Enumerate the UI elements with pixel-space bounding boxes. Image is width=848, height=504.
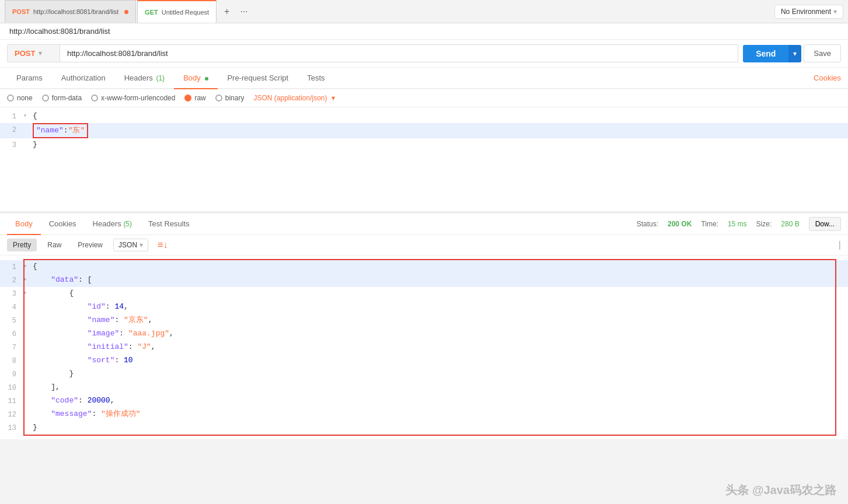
req-content-2: "name":"东" xyxy=(30,123,848,138)
add-tab-button[interactable]: + xyxy=(221,5,232,18)
send-button[interactable]: Send xyxy=(743,45,788,62)
resp-linenum-9: 9 xyxy=(0,368,23,381)
resp-linenum-6: 6 xyxy=(0,327,23,341)
tab-authorization[interactable]: Authorization xyxy=(52,68,115,89)
format-selector[interactable]: JSON ▾ xyxy=(113,239,148,251)
method-selector[interactable]: POST ▾ xyxy=(7,44,60,62)
resp-content-5: "name": "京东", xyxy=(30,314,848,327)
request-tabs: Params Authorization Headers (1) Body Pr… xyxy=(0,68,848,89)
resp-tab-cookies-label: Cookies xyxy=(49,219,76,228)
resp-content-13: } xyxy=(30,421,848,434)
resp-arrow-10 xyxy=(23,381,30,394)
resp-linenum-10: 10 xyxy=(0,381,23,394)
req-line-2: 2 "name":"东" xyxy=(0,123,848,138)
resp-arrow-8 xyxy=(23,354,30,367)
req-linenum-1: 1 xyxy=(0,110,23,123)
time-value: 15 ms xyxy=(728,220,747,228)
resp-tab-body[interactable]: Body xyxy=(7,214,41,235)
cookies-link[interactable]: Cookies xyxy=(814,68,841,88)
radio-form-icon xyxy=(42,94,49,102)
body-dot xyxy=(205,77,208,80)
tab-body[interactable]: Body xyxy=(174,68,218,89)
response-format-bar: Pretty Raw Preview JSON ▾ ≡↓ | xyxy=(0,235,848,256)
json-type-selector[interactable]: JSON (application/json) ▾ xyxy=(253,94,334,102)
env-selector[interactable]: No Environment ▾ xyxy=(774,5,843,19)
method-label: POST xyxy=(15,49,35,58)
current-url-display: http://localhost:8081/brand/list xyxy=(0,23,848,40)
resp-content-6: "image": "aaa.jpg", xyxy=(30,327,848,340)
req-line-1: 1 ▾ { xyxy=(0,110,848,123)
resp-content-2: "data": [ xyxy=(30,274,848,286)
resp-arrow-9 xyxy=(23,368,30,380)
save-button[interactable]: Save xyxy=(804,44,841,62)
option-none[interactable]: none xyxy=(7,94,33,102)
download-button[interactable]: Dow... xyxy=(809,217,841,231)
req-arrow-1: ▾ xyxy=(23,110,30,123)
resp-line-3: 3 ▾ { xyxy=(0,287,848,300)
json-type-arrow-icon: ▾ xyxy=(331,94,335,102)
radio-none-icon xyxy=(7,94,14,102)
resp-line-4: 4 "id": 14, xyxy=(0,300,848,314)
tab-tests[interactable]: Tests xyxy=(298,68,334,89)
headers-badge: (1) xyxy=(156,74,165,82)
json-type-label: JSON (application/json) xyxy=(253,94,327,102)
tab-params[interactable]: Params xyxy=(7,68,52,89)
resp-linenum-12: 12 xyxy=(0,408,23,421)
request-body-editor[interactable]: 1 ▾ { 2 "name":"东" 3 } xyxy=(0,107,848,212)
fmt-pretty-button[interactable]: Pretty xyxy=(7,239,37,251)
option-urlencoded[interactable]: x-www-form-urlencoded xyxy=(91,94,175,102)
tab-post[interactable]: POST http://localhost:8081/brand/list xyxy=(5,0,136,23)
resp-line-5: 5 "name": "京东", xyxy=(0,314,848,327)
resp-arrow-6 xyxy=(23,327,30,340)
resp-content-12: "message": "操作成功" xyxy=(30,408,848,421)
resp-content-7: "initial": "J", xyxy=(30,341,848,354)
resp-content-11: "code": 20000, xyxy=(30,394,848,407)
option-none-label: none xyxy=(17,94,33,102)
resp-content-9: } xyxy=(30,368,848,380)
url-input[interactable] xyxy=(60,44,738,62)
fmt-raw-button[interactable]: Raw xyxy=(41,239,67,251)
current-url-text: http://localhost:8081/brand/list xyxy=(9,27,110,36)
tab-post-method: POST xyxy=(12,8,30,15)
format-label: JSON xyxy=(118,241,137,249)
response-code-lines: 1 ▾ { 2 ▾ "data": [ 3 ▾ { xyxy=(0,258,848,437)
option-form-data[interactable]: form-data xyxy=(42,94,82,102)
tab-actions: + ··· xyxy=(221,5,251,18)
resp-linenum-5: 5 xyxy=(0,314,23,327)
option-raw-label: raw xyxy=(194,94,205,102)
resp-line-10: 10 ], xyxy=(0,381,848,394)
tab-post-dot xyxy=(124,10,128,14)
resp-headers-badge: (5) xyxy=(123,220,132,228)
resp-arrow-2: ▾ xyxy=(23,274,30,286)
tab-bar: POST http://localhost:8081/brand/list GE… xyxy=(0,0,848,23)
radio-binary-icon xyxy=(215,94,222,102)
response-status-area: Status: 200 OK Time: 15 ms Size: 280 B D… xyxy=(637,217,841,231)
send-arrow-button[interactable]: ▾ xyxy=(788,45,801,62)
req-line-3: 3 } xyxy=(0,138,848,152)
response-body: 1 ▾ { 2 ▾ "data": [ 3 ▾ { xyxy=(0,256,848,439)
fmt-preview-button[interactable]: Preview xyxy=(72,239,109,251)
resp-tab-body-label: Body xyxy=(15,219,33,228)
resp-line-7: 7 "initial": "J", xyxy=(0,341,848,354)
req-linenum-2: 2 xyxy=(0,123,23,136)
resp-tab-cookies[interactable]: Cookies xyxy=(41,214,85,235)
resp-tab-headers[interactable]: Headers (5) xyxy=(85,214,140,235)
resp-arrow-12 xyxy=(23,408,30,421)
resp-line-13: 13 } xyxy=(0,421,848,435)
response-code-wrapper: 1 ▾ { 2 ▾ "data": [ 3 ▾ { xyxy=(0,258,848,437)
request-toolbar: POST ▾ Send ▾ Save xyxy=(0,40,848,68)
req-key-name: "name" xyxy=(36,126,64,135)
option-binary[interactable]: binary xyxy=(215,94,245,102)
resp-line-8: 8 "sort": 10 xyxy=(0,354,848,368)
beautify-icon[interactable]: ≡↓ xyxy=(158,240,167,250)
tab-headers[interactable]: Headers (1) xyxy=(115,68,174,89)
resp-tab-tests[interactable]: Test Results xyxy=(140,214,198,235)
resp-arrow-3: ▾ xyxy=(23,287,30,300)
option-raw[interactable]: raw xyxy=(184,94,205,102)
more-tabs-button[interactable]: ··· xyxy=(237,5,250,18)
tab-pre-request[interactable]: Pre-request Script xyxy=(218,68,298,89)
resp-line-2: 2 ▾ "data": [ xyxy=(0,274,848,287)
tab-get[interactable]: GET Untitled Request xyxy=(137,0,217,23)
resp-tab-headers-label: Headers xyxy=(93,219,121,228)
status-value: 200 OK xyxy=(668,220,692,228)
